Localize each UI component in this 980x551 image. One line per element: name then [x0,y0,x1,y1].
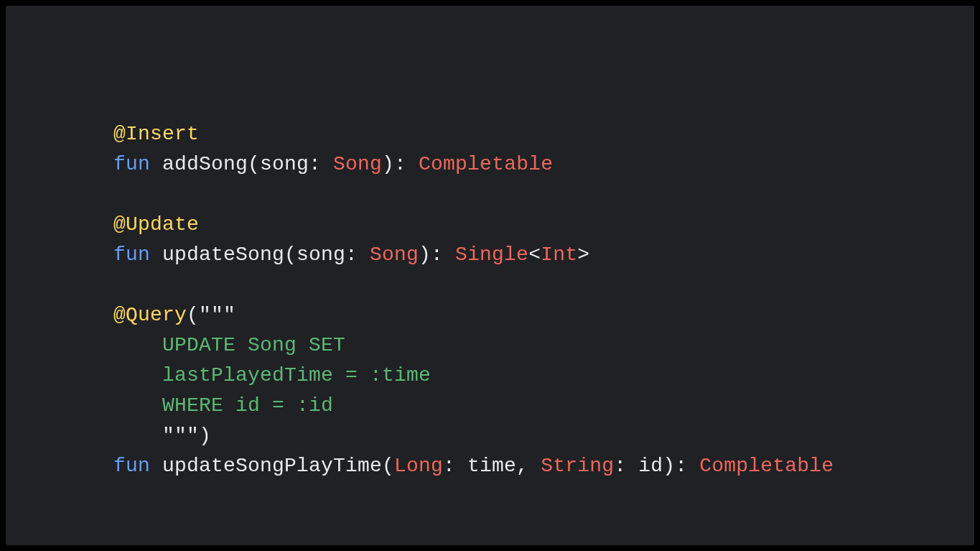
fn-updatesongplaytime: updateSongPlayTime( [150,455,394,477]
code-block: @Insert fun addSong(song: Song): Complet… [6,6,974,481]
type-completable: Completable [699,455,834,477]
colon: : [345,244,370,266]
annotation-query: @Query [113,304,187,326]
keyword-fun: fun [113,455,150,477]
annotation-update: @Update [113,213,199,236]
colon: : [309,153,333,175]
sql-line: lastPlayedTime = :time [113,364,431,386]
ret-sep: ): [382,153,419,175]
sql-line: UPDATE Song SET [113,334,345,356]
type-song: Song [370,244,419,266]
type-song: Song [333,153,382,175]
param-mid: : id): [614,455,699,477]
angle-open: < [528,244,541,266]
type-single: Single [455,244,528,266]
angle-close: > [577,244,589,266]
code-slide: @Insert fun addSong(song: Song): Complet… [6,6,974,545]
sql-indent [113,425,162,447]
sql-line: WHERE id = :id [113,394,333,417]
fn-updatesong: updateSong(song [150,244,345,266]
type-string: String [541,455,614,477]
param-mid: : time, [443,455,541,477]
type-completable: Completable [419,153,553,175]
paren-open: ( [187,304,199,326]
triple-quote: """ [199,304,235,326]
ret-sep: ): [419,244,455,266]
keyword-fun: fun [113,153,150,175]
fn-addsong: addSong(song [150,153,309,175]
type-int: Int [541,244,577,266]
keyword-fun: fun [113,244,150,266]
triple-quote: """ [162,425,199,447]
type-long: Long [394,455,443,477]
paren-close: ) [199,425,211,447]
annotation-insert: @Insert [113,123,199,145]
